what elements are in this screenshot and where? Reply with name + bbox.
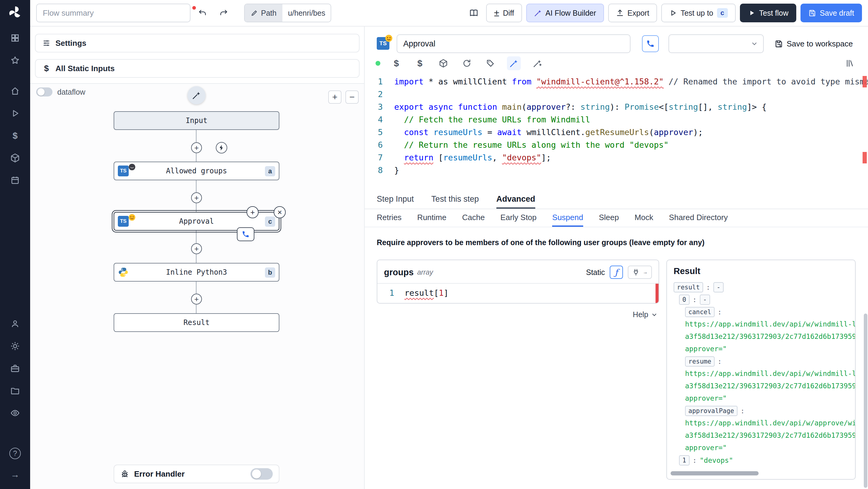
favorites-icon[interactable] xyxy=(8,54,22,67)
tab-test-this-step[interactable]: Test this step xyxy=(431,190,479,209)
result-value-line: a3f58d13e212/3963172903/2c77d162d6b17395… xyxy=(674,429,855,442)
save-draft-button[interactable]: Save draft xyxy=(801,4,862,22)
code-line[interactable]: 4 // Fetch the resume URLs from Windmill xyxy=(365,113,868,126)
error-handler[interactable]: Error Handler xyxy=(114,465,279,483)
move-step-button[interactable]: + xyxy=(247,206,258,218)
ai-wand-button[interactable] xyxy=(187,86,206,104)
dataflow-label: dataflow xyxy=(57,88,85,96)
flow-settings-button[interactable]: Settings xyxy=(35,34,360,53)
static-label: Static xyxy=(586,268,605,277)
path-button[interactable]: Path xyxy=(245,4,282,22)
toggle-expression-button[interactable]: ƒ xyxy=(610,266,623,279)
subtab-suspend[interactable]: Suspend xyxy=(552,209,583,227)
collapse-toggle[interactable]: - xyxy=(713,282,724,293)
all-static-inputs-button[interactable]: $ All Static Inputs xyxy=(35,59,360,78)
resources-icon[interactable] xyxy=(8,151,22,164)
connect-input-control[interactable]: → xyxy=(628,266,652,279)
ai-fix-icon[interactable] xyxy=(530,56,544,70)
ai-assist-icon[interactable] xyxy=(507,56,521,70)
folders-icon[interactable] xyxy=(8,384,22,397)
result-key[interactable]: cancel xyxy=(685,307,715,317)
subtab-sleep[interactable]: Sleep xyxy=(599,209,619,227)
suspend-approval-indicator[interactable] xyxy=(237,227,254,241)
ai-flow-builder-button[interactable]: AI Flow Builder xyxy=(526,4,604,22)
suspend-approval-button[interactable] xyxy=(642,35,659,52)
subtab-mock[interactable]: Mock xyxy=(634,209,653,227)
insert-step-button[interactable]: + xyxy=(191,243,202,254)
tab-step-input[interactable]: Step Input xyxy=(377,190,414,209)
variables-icon[interactable]: $ xyxy=(8,129,22,142)
flow-summary-input[interactable] xyxy=(36,4,190,22)
code-line[interactable]: 3export async function main(approver?: s… xyxy=(365,101,868,113)
code-line[interactable]: 8} xyxy=(365,164,868,177)
test-flow-button[interactable]: Test flow xyxy=(740,4,796,22)
node-approval[interactable]: TS Approval c + × xyxy=(114,212,279,231)
library-icon[interactable] xyxy=(843,56,857,70)
home-icon[interactable] xyxy=(8,84,22,98)
subtab-shared-directory[interactable]: Shared Directory xyxy=(669,209,728,227)
groups-expression-editor[interactable]: 1 result[1] xyxy=(377,283,658,303)
settings-gear-icon[interactable] xyxy=(8,339,22,353)
redo-button[interactable] xyxy=(215,5,231,21)
expand-sidebar-icon[interactable]: → xyxy=(8,468,22,481)
error-handler-toggle[interactable] xyxy=(250,468,273,480)
result-key[interactable]: resume xyxy=(685,356,715,367)
audit-logs-icon[interactable] xyxy=(8,406,22,420)
variable-picker-icon[interactable]: $ xyxy=(390,56,403,70)
code-line[interactable]: 5 const resumeUrls = await wmillClient.g… xyxy=(365,126,868,139)
zoom-in-button[interactable]: + xyxy=(328,90,341,104)
result-key[interactable]: 1 xyxy=(679,455,689,465)
code-editor[interactable]: 1import * as wmillClient from "windmill-… xyxy=(365,73,868,190)
resource-picker-icon[interactable]: $ xyxy=(413,56,427,70)
result-key[interactable]: approvalPage xyxy=(685,406,738,416)
dataflow-toggle[interactable] xyxy=(36,87,53,96)
help-icon[interactable]: ? xyxy=(8,447,22,460)
diff-button[interactable]: ±Diff xyxy=(486,4,522,22)
trigger-button[interactable] xyxy=(216,142,227,153)
node-inline-python3[interactable]: Inline Python3 b xyxy=(114,263,279,282)
subtab-early-stop[interactable]: Early Stop xyxy=(500,209,536,227)
subtab-retries[interactable]: Retries xyxy=(377,209,401,227)
code-line[interactable]: 7 return [resumeUrls, "devops"]; xyxy=(365,151,868,164)
schedules-icon[interactable] xyxy=(8,174,22,187)
subtab-cache[interactable]: Cache xyxy=(462,209,485,227)
windmill-logo[interactable] xyxy=(7,5,23,20)
test-up-to-button[interactable]: Test up to c xyxy=(661,4,736,22)
tag-icon[interactable] xyxy=(484,56,497,70)
node-result[interactable]: Result xyxy=(114,313,279,332)
insert-step-button[interactable]: + xyxy=(191,294,202,305)
zoom-out-button[interactable]: − xyxy=(345,90,359,104)
export-button[interactable]: Export xyxy=(608,4,657,22)
path-group[interactable]: Path u/henri/bes xyxy=(244,4,331,22)
help-toggle[interactable]: Help xyxy=(377,310,659,319)
step-id-badge: c xyxy=(265,216,275,227)
code-line[interactable]: 6 // Return the resume URLs along with t… xyxy=(365,139,868,151)
code-line[interactable]: 1import * as wmillClient from "windmill-… xyxy=(365,75,868,88)
undo-button[interactable] xyxy=(195,5,211,21)
horizontal-scrollbar[interactable] xyxy=(671,471,758,476)
tab-advanced[interactable]: Advanced xyxy=(496,190,535,209)
runs-icon[interactable] xyxy=(8,107,22,120)
result-key[interactable]: 0 xyxy=(679,295,689,305)
apps-icon[interactable] xyxy=(8,31,22,44)
docs-button[interactable] xyxy=(466,5,482,21)
code-line[interactable]: 2 xyxy=(365,88,868,101)
script-version-select[interactable] xyxy=(669,34,764,53)
node-allowed-groups[interactable]: TS Allowed groups a xyxy=(114,161,279,180)
insert-step-button[interactable]: + xyxy=(191,192,202,203)
insert-step-button[interactable]: + xyxy=(191,142,202,153)
subtab-runtime[interactable]: Runtime xyxy=(417,209,446,227)
users-icon[interactable] xyxy=(8,317,22,330)
package-icon[interactable] xyxy=(436,56,450,70)
step-name-input[interactable] xyxy=(397,34,630,53)
reset-icon[interactable] xyxy=(460,56,474,70)
vertical-scrollbar[interactable] xyxy=(864,313,867,488)
flow-canvas[interactable]: dataflow + − Input + xyxy=(30,83,364,489)
save-to-workspace-button[interactable]: Save to workspace xyxy=(775,39,853,49)
save-icon xyxy=(808,9,816,17)
result-key[interactable]: result xyxy=(674,282,703,293)
node-input[interactable]: Input xyxy=(114,111,279,130)
collapse-toggle[interactable]: - xyxy=(700,295,710,305)
workers-icon[interactable] xyxy=(8,362,22,375)
delete-step-button[interactable]: × xyxy=(274,206,286,218)
